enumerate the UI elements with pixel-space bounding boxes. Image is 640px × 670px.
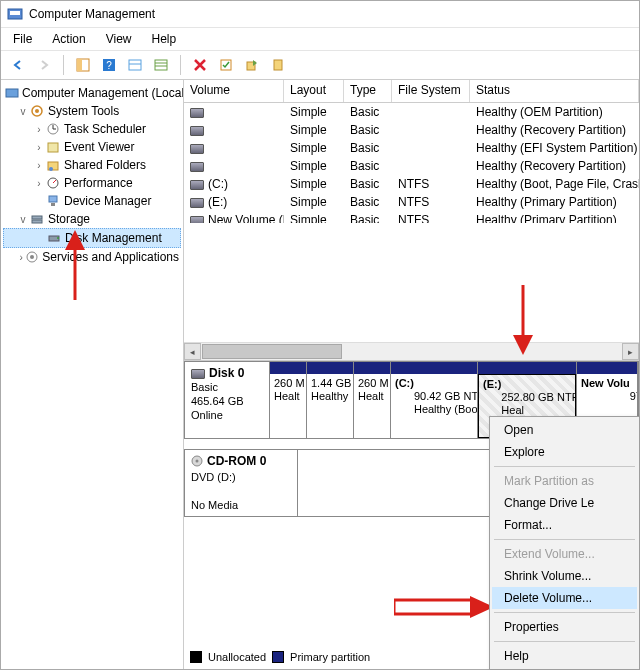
partition-block[interactable]: 260 MHealt [354, 362, 391, 438]
disk0-header[interactable]: Disk 0 Basic 465.64 GB Online [185, 362, 270, 438]
tree-disk-management[interactable]: Disk Management [3, 228, 181, 248]
ctx-explore[interactable]: Explore [492, 441, 637, 463]
drive-icon [190, 216, 204, 223]
svg-rect-23 [51, 203, 55, 206]
back-button[interactable] [7, 54, 29, 76]
volume-type: Basic [344, 158, 392, 174]
partition-block[interactable]: 1.44 GBHealthy [307, 362, 354, 438]
tools-icon [29, 103, 45, 119]
svg-rect-14 [6, 89, 18, 97]
show-hide-tree-button[interactable] [72, 54, 94, 76]
menu-help[interactable]: Help [142, 30, 187, 48]
view-button[interactable] [124, 54, 146, 76]
svg-text:?: ? [106, 60, 112, 71]
ctx-open[interactable]: Open [492, 419, 637, 441]
partition-body: (C:)90.42 GB NTFHealthy (Boot [391, 374, 477, 438]
volume-row[interactable]: (C:)SimpleBasicNTFSHealthy (Boot, Page F… [184, 175, 639, 193]
forward-button[interactable] [33, 54, 55, 76]
scroll-right-icon[interactable]: ▸ [622, 343, 639, 360]
collapse-icon[interactable]: v [17, 214, 29, 225]
tree-services-apps[interactable]: › Services and Applications [3, 248, 181, 266]
col-layout[interactable]: Layout [284, 80, 344, 102]
svg-point-27 [57, 237, 59, 239]
cdrom-header[interactable]: CD-ROM 0 DVD (D:) No Media [185, 450, 298, 516]
ctx-change-drive-letter[interactable]: Change Drive Le [492, 492, 637, 514]
volume-type: Basic [344, 212, 392, 223]
volume-name: New Volume (F:) [208, 213, 284, 223]
disk-icon [46, 230, 62, 246]
col-status[interactable]: Status [470, 80, 639, 102]
partition-block[interactable]: (C:)90.42 GB NTFHealthy (Boot [391, 362, 478, 438]
ctx-help[interactable]: Help [492, 645, 637, 667]
cdrom-icon [191, 455, 203, 470]
menu-file[interactable]: File [3, 30, 42, 48]
folder-share-icon [45, 157, 61, 173]
action-icon[interactable] [267, 54, 289, 76]
help-button[interactable]: ? [98, 54, 120, 76]
delete-icon[interactable] [189, 54, 211, 76]
volume-list-body: SimpleBasicHealthy (OEM Partition)Simple… [184, 103, 639, 223]
tree-label: System Tools [48, 104, 119, 118]
settings-button[interactable] [150, 54, 172, 76]
volume-row[interactable]: SimpleBasicHealthy (EFI System Partition… [184, 139, 639, 157]
tree-performance[interactable]: › Performance [3, 174, 181, 192]
partition-body: 260 MHealt [270, 374, 306, 438]
tree-label: Services and Applications [42, 250, 179, 264]
volume-status: Healthy (Primary Partition) [470, 212, 639, 223]
volume-row[interactable]: SimpleBasicHealthy (Recovery Partition) [184, 121, 639, 139]
services-icon [25, 249, 39, 265]
expand-icon[interactable]: › [17, 252, 25, 263]
volume-name: (C:) [208, 177, 228, 191]
performance-icon [45, 175, 61, 191]
volume-status: Healthy (OEM Partition) [470, 104, 639, 120]
clock-icon [45, 121, 61, 137]
volume-row[interactable]: SimpleBasicHealthy (OEM Partition) [184, 103, 639, 121]
volume-row[interactable]: New Volume (F:)SimpleBasicNTFSHealthy (P… [184, 211, 639, 223]
tree-shared-folders[interactable]: › Shared Folders [3, 156, 181, 174]
volume-row[interactable]: (E:)SimpleBasicNTFSHealthy (Primary Part… [184, 193, 639, 211]
menu-view[interactable]: View [96, 30, 142, 48]
context-menu: Open Explore Mark Partition as Change Dr… [489, 416, 640, 670]
col-volume[interactable]: Volume [184, 80, 284, 102]
volume-fs [392, 129, 470, 131]
scroll-track[interactable] [201, 343, 622, 360]
expand-icon[interactable]: › [33, 160, 45, 171]
computer-icon [5, 85, 19, 101]
volume-layout: Simple [284, 104, 344, 120]
ctx-shrink-volume[interactable]: Shrink Volume... [492, 565, 637, 587]
tree-system-tools[interactable]: v System Tools [3, 102, 181, 120]
tree-label: Disk Management [65, 231, 162, 245]
menu-action[interactable]: Action [42, 30, 95, 48]
legend-primary-box [272, 651, 284, 663]
tree-event-viewer[interactable]: › Event Viewer [3, 138, 181, 156]
expand-icon[interactable]: › [33, 178, 45, 189]
menu-bar: File Action View Help [1, 28, 639, 51]
tree-label: Device Manager [64, 194, 151, 208]
col-type[interactable]: Type [344, 80, 392, 102]
tree-root[interactable]: Computer Management (Local [3, 84, 181, 102]
horizontal-scrollbar[interactable]: ◂ ▸ [184, 342, 639, 360]
expand-icon[interactable]: › [33, 142, 45, 153]
scroll-thumb[interactable] [202, 344, 342, 359]
col-filesystem[interactable]: File System [392, 80, 470, 102]
tree-storage[interactable]: v Storage [3, 210, 181, 228]
volume-row[interactable]: SimpleBasicHealthy (Recovery Partition) [184, 157, 639, 175]
ctx-delete-volume[interactable]: Delete Volume... [492, 587, 637, 609]
svg-rect-24 [32, 216, 42, 219]
refresh-icon[interactable] [241, 54, 263, 76]
ctx-properties[interactable]: Properties [492, 616, 637, 638]
expand-icon[interactable]: › [33, 124, 45, 135]
drive-icon [190, 162, 204, 172]
drive-icon [191, 369, 205, 379]
tree-task-scheduler[interactable]: › Task Scheduler [3, 120, 181, 138]
ctx-format[interactable]: Format... [492, 514, 637, 536]
scroll-left-icon[interactable]: ◂ [184, 343, 201, 360]
properties-icon[interactable] [215, 54, 237, 76]
cdrom-drive: DVD (D:) [191, 471, 236, 483]
volume-type: Basic [344, 140, 392, 156]
expand-icon[interactable]: v [17, 106, 29, 117]
partition-body: 1.44 GBHealthy [307, 374, 353, 438]
partition-block[interactable]: 260 MHealt [270, 362, 307, 438]
tree-device-manager[interactable]: Device Manager [3, 192, 181, 210]
window-title: Computer Management [29, 7, 155, 21]
